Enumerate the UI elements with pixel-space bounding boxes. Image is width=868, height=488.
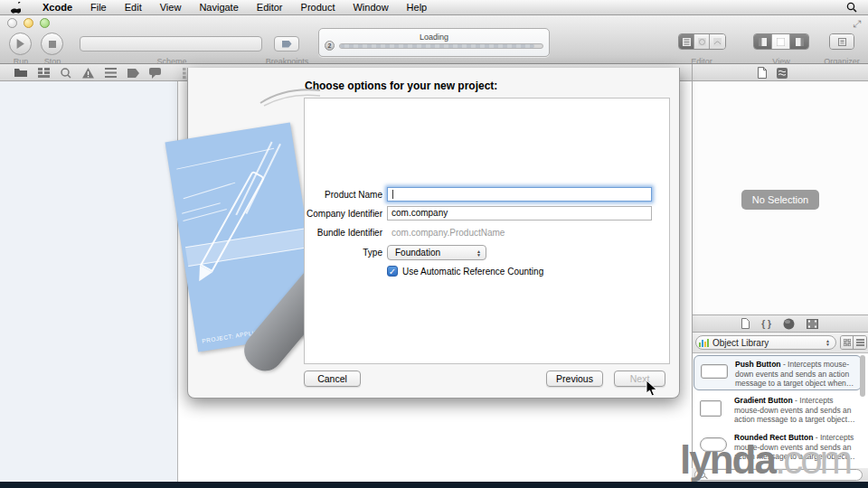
- menu-item-file[interactable]: File: [81, 2, 116, 13]
- company-identifier-label: Company Identifier: [249, 209, 382, 219]
- library-item-gradient-button[interactable]: Gradient Button - Intercepts mouse-down …: [693, 392, 862, 427]
- object-library-dropdown-label: Object Library: [712, 338, 769, 348]
- library-scrollbar[interactable]: [860, 355, 865, 397]
- bundle-identifier-label: Bundle Identifier: [249, 228, 382, 238]
- type-popup[interactable]: Foundation ▲▼: [387, 245, 486, 260]
- screen: Xcode File Edit View Navigate Editor Pro…: [0, 0, 868, 488]
- window-controls: [7, 18, 50, 28]
- product-name-input[interactable]: [387, 187, 652, 202]
- issue-navigator-icon[interactable]: [81, 67, 94, 79]
- debug-area-toggle-button[interactable]: [772, 34, 790, 49]
- navigator-pane: [0, 81, 178, 482]
- file-inspector-icon[interactable]: [756, 67, 769, 79]
- log-navigator-icon[interactable]: [148, 67, 161, 79]
- quick-help-inspector-icon[interactable]: [776, 67, 788, 79]
- utilities-pane: No Selection { } Object Library ▲▼: [692, 81, 868, 482]
- progress-bar: [339, 43, 543, 49]
- spotlight-search-icon[interactable]: [846, 2, 857, 13]
- debug-navigator-icon[interactable]: [104, 67, 117, 79]
- menu-item-view[interactable]: View: [151, 2, 191, 13]
- menu-app-name[interactable]: Xcode: [33, 2, 81, 13]
- progress-fill: [340, 44, 534, 48]
- arc-checkbox-row[interactable]: ✓ Use Automatic Reference Counting: [387, 266, 543, 277]
- popup-stepper-icon: ▲▼: [476, 249, 481, 257]
- version-editor-button[interactable]: [710, 34, 725, 49]
- run-button[interactable]: [9, 33, 32, 55]
- assistant-editor-button[interactable]: [694, 34, 710, 49]
- mouse-cursor: [646, 380, 657, 397]
- pane-divider[interactable]: [692, 64, 693, 482]
- menu-item-navigate[interactable]: Navigate: [190, 2, 247, 13]
- issues-badge[interactable]: 2: [325, 41, 335, 51]
- breakpoint-icon: [282, 41, 292, 48]
- library-viewmode-segmented: [840, 335, 867, 350]
- cancel-button[interactable]: Cancel: [304, 371, 361, 387]
- library-item-push-button[interactable]: Push Button - Intercepts mouse-down even…: [693, 355, 862, 390]
- close-window-button[interactable]: [7, 18, 17, 28]
- library-filter-bar: Object Library ▲▼: [692, 333, 868, 353]
- library-colorbars-icon: [699, 339, 709, 347]
- utilities-toggle-button[interactable]: [790, 34, 808, 49]
- text-caret: [392, 190, 393, 199]
- arc-checkbox[interactable]: ✓: [387, 266, 398, 277]
- grid-view-button[interactable]: [841, 336, 854, 349]
- type-label: Type: [249, 248, 382, 258]
- stop-icon: [48, 40, 57, 49]
- view-segmented: [753, 33, 809, 50]
- next-button[interactable]: Next: [614, 371, 665, 387]
- library-item-name: Push Button: [735, 360, 781, 369]
- previous-button[interactable]: Previous: [546, 371, 603, 387]
- video-bottom-bar: [0, 482, 868, 488]
- no-selection-badge: No Selection: [741, 190, 819, 210]
- type-popup-value: Foundation: [395, 248, 440, 258]
- product-name-label: Product Name: [249, 190, 382, 200]
- navigator-toggle-button[interactable]: [754, 34, 772, 49]
- activity-status-text: Loading: [319, 33, 549, 42]
- search-navigator-icon[interactable]: [60, 67, 72, 79]
- apple-menu-icon[interactable]: [11, 2, 21, 14]
- menu-item-product[interactable]: Product: [292, 2, 344, 13]
- menu-item-help[interactable]: Help: [398, 2, 437, 13]
- breakpoint-navigator-icon[interactable]: [127, 67, 139, 79]
- stop-button[interactable]: [41, 33, 63, 55]
- activity-viewer: Loading 2: [318, 28, 550, 57]
- window-toolbar: ⤢ Run Stop Scheme Breakpoints Loading 2: [0, 15, 868, 64]
- code-snippet-library-icon[interactable]: { }: [761, 319, 771, 329]
- scheme-selector[interactable]: [80, 36, 262, 52]
- new-project-options-sheet: Choose options for your new project: PRO…: [187, 68, 680, 399]
- symbol-navigator-icon[interactable]: [37, 67, 50, 79]
- standard-editor-button[interactable]: [679, 34, 694, 49]
- menu-bar: Xcode File Edit View Navigate Editor Pro…: [0, 0, 868, 15]
- editor-mode-segmented: [678, 33, 726, 50]
- project-navigator-icon[interactable]: [14, 67, 27, 79]
- object-library-dropdown[interactable]: Object Library ▲▼: [695, 335, 836, 350]
- fullscreen-icon[interactable]: ⤢: [853, 18, 861, 30]
- breakpoints-button[interactable]: [274, 36, 299, 52]
- push-button-icon: [701, 364, 728, 379]
- menu-item-window[interactable]: Window: [344, 2, 397, 13]
- library-tab-strip: { }: [692, 314, 868, 333]
- library-item-name: Gradient Button: [734, 396, 793, 405]
- minimize-window-button[interactable]: [24, 18, 33, 28]
- sheet-title: Choose options for your new project:: [305, 80, 497, 92]
- play-icon: [15, 39, 25, 49]
- file-template-library-icon[interactable]: [741, 318, 750, 329]
- zoom-window-button[interactable]: [40, 18, 50, 28]
- arc-checkbox-label: Use Automatic Reference Counting: [402, 267, 543, 277]
- list-view-button[interactable]: [854, 336, 866, 349]
- menu-item-editor[interactable]: Editor: [248, 2, 292, 13]
- organizer-button[interactable]: [829, 33, 854, 50]
- lynda-watermark: lynda.com: [680, 440, 850, 480]
- media-library-icon[interactable]: [807, 319, 818, 329]
- bundle-identifier-value: com.company.ProductName: [392, 228, 505, 238]
- company-identifier-input[interactable]: com.company: [387, 206, 652, 221]
- gradient-button-icon: [700, 400, 722, 417]
- organizer-icon: [830, 34, 854, 49]
- dropdown-arrows-icon: ▲▼: [826, 339, 830, 346]
- menu-item-edit[interactable]: Edit: [116, 2, 151, 13]
- object-library-icon[interactable]: [783, 318, 795, 330]
